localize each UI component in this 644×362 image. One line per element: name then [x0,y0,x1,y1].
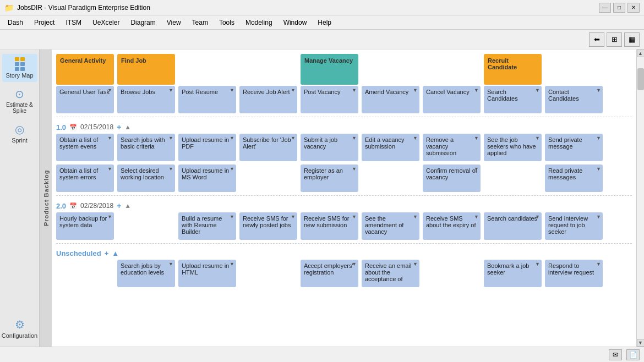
task-see-job-seekers[interactable]: See the job seekers who have applied▼ [484,134,542,161]
task-accept-employers[interactable]: Accept employers' registration▼ [301,260,358,287]
divider-1 [56,117,632,117]
task-upload-pdf[interactable]: Upload resume in PDF▼ [178,134,236,161]
menu-item-diagram[interactable]: Diagram [125,17,161,28]
scrollbar-right[interactable]: ▲ ▼ [636,50,644,347]
unscheduled-add-button[interactable]: + [105,249,109,257]
task-system-errors[interactable]: Obtain a list of system errors▼ [56,164,114,192]
task-send-private-message[interactable]: Send private message▼ [545,134,603,161]
task-working-location[interactable]: Select desired working location▼ [117,164,175,192]
sidebar-item-configuration[interactable]: ⚙ Configuration [2,315,37,342]
task-hourly-backup[interactable]: Hourly backup for system data▼ [56,212,114,240]
task-send-interview-request[interactable]: Send interview request to job seeker▼ [545,212,603,240]
sprint1-header: 1.0 📅 02/15/2018 + ▲ [56,119,632,134]
menu-item-window[interactable]: Window [278,17,313,28]
app-icon: 📁 [4,3,14,12]
story-search-candidates[interactable]: Search Candidates▼ [484,86,542,113]
epic-find-job[interactable]: Find Job [117,54,175,85]
menu-item-view[interactable]: View [161,17,187,28]
task-confirm-removal[interactable]: Confirm removal of vacancy▼ [423,164,481,192]
task-see-amendment[interactable]: See the amendment of vacancy▼ [362,212,419,240]
sprint1-row2: Obtain a list of system errors▼ Select d… [56,164,632,192]
scroll-track[interactable] [637,57,645,339]
config-icon: ⚙ [15,318,25,331]
task-subscribe-job-alert[interactable]: Subscribe for 'Job Alert'▼ [239,134,297,161]
epic-recruit-candidate[interactable]: Recruit Candidate [484,54,542,85]
restore-button[interactable]: □ [613,3,625,13]
task-obtain-system-evens[interactable]: Obtain a list of system evens▼ [56,134,114,161]
sprint1-add-button[interactable]: + [117,123,121,131]
story-map-icon [15,57,25,71]
unscheduled-empty-1 [56,260,114,287]
toolbar-panel-button[interactable]: ▦ [624,32,640,47]
sprint2-collapse-button[interactable]: ▲ [124,202,131,210]
task-submit-job-vacancy[interactable]: Submit a job vacancy▼ [301,134,358,161]
menu-item-dash[interactable]: Dash [2,17,29,28]
epic-manage-vacancy[interactable]: Manage Vacancy [301,54,358,85]
statusbar: ✉ 📄 [0,347,644,362]
sidebar-item-estimate[interactable]: ⊙ Estimate & Spike [2,84,37,117]
menu-item-help[interactable]: Help [312,17,337,28]
story-general-user-task[interactable]: General User Task▼ [56,86,114,113]
task-remove-vacancy[interactable]: Remove a vacancy submission▼ [423,134,481,161]
task-resume-builder[interactable]: Build a resume with Resume Builder▼ [178,212,236,240]
task-receive-email-acceptance[interactable]: Receive an email about the acceptance of… [362,260,419,287]
story-receive-job-alert[interactable]: Receive Job Alert▼ [239,86,297,113]
menu-item-itsm[interactable]: ITSM [60,17,87,28]
scroll-down-arrow[interactable]: ▼ [637,339,645,347]
statusbar-doc-button[interactable]: 📄 [626,349,640,360]
story-contact-candidates[interactable]: Contact Candidates▼ [545,86,603,113]
estimate-icon: ⊙ [15,87,24,101]
task-search-candidates-2[interactable]: Search candidates▼ [484,212,542,240]
menu-item-project[interactable]: Project [29,17,60,28]
menu-item-tools[interactable]: Tools [214,17,240,28]
sprint1-date: 02/15/2018 [80,123,113,131]
toolbar-grid-button[interactable]: ⊞ [607,32,622,47]
titlebar: 📁 JobsDIR - Visual Paradigm Enterprise E… [0,0,644,15]
story-post-vacancy[interactable]: Post Vacancy▼ [301,86,358,113]
menu-item-uexceler[interactable]: UeXceler [87,17,125,28]
task-upload-html[interactable]: Upload resume in HTML▼ [178,260,236,287]
task-respond-interview[interactable]: Respond to interview request▼ [545,260,603,287]
task-edit-vacancy[interactable]: Edit a vacancy submission▼ [362,134,419,161]
unscheduled-empty-3 [423,260,481,287]
unscheduled-header: Unscheduled + ▲ [56,246,632,260]
sprint1-row1: Obtain a list of system evens▼ Search jo… [56,134,632,161]
statusbar-mail-button[interactable]: ✉ [609,349,622,360]
sprint1-collapse-button[interactable]: ▲ [124,123,131,131]
sprint2-header: 2.0 📅 02/28/2018 + ▲ [56,198,632,212]
menu-item-team[interactable]: Team [187,17,214,28]
unscheduled-row1: Search jobs by education levels▼ Upload … [56,260,632,287]
sidebar-item-story-map[interactable]: Story Map [2,54,37,82]
task-sms-posted-jobs[interactable]: Receive SMS for newly posted jobs▼ [239,212,297,240]
close-button[interactable]: ✕ [627,3,640,13]
unscheduled-collapse-button[interactable]: ▲ [112,249,119,257]
toolbar: ⬅ ⊞ ▦ [0,30,644,50]
scroll-thumb[interactable] [637,68,644,90]
window-controls: — □ ✕ [599,3,640,13]
main-area: Story Map ⊙ Estimate & Spike ◎ Sprint ⚙ … [0,50,644,347]
minimize-button[interactable]: — [599,3,611,13]
task-sms-expiry[interactable]: Receive SMS about the expiry of▼ [423,212,481,240]
sidebar-label-estimate: Estimate & Spike [3,102,36,114]
task-search-basic-criteria[interactable]: Search jobs with basic criteria▼ [117,134,175,161]
task-read-private-messages[interactable]: Read private messages▼ [545,164,603,192]
divider-2 [56,195,632,196]
backlog-label: Product Backlog [40,50,52,347]
toolbar-back-button[interactable]: ⬅ [589,32,604,47]
story-post-resume[interactable]: Post Resume▼ [178,86,236,113]
board[interactable]: General Activity Find Job Manage Vacancy… [52,50,636,347]
sprint2-add-button[interactable]: + [117,201,121,210]
epic-empty-5 [545,54,603,85]
task-search-education[interactable]: Search jobs by education levels▼ [117,260,175,287]
scroll-up-arrow[interactable]: ▲ [637,50,645,57]
epic-general-activity[interactable]: General Activity [56,54,114,85]
task-register-employer[interactable]: Register as an employer▼ [301,164,358,192]
sidebar-item-sprint[interactable]: ◎ Sprint [2,119,37,147]
story-amend-vacancy[interactable]: Amend Vacancy▼ [362,86,419,113]
task-upload-msword[interactable]: Upload resume in MS Word▼ [178,164,236,192]
story-browse-jobs[interactable]: Browse Jobs▼ [117,86,175,113]
task-sms-new-submission[interactable]: Receive SMS for new submission▼ [301,212,358,240]
story-cancel-vacancy[interactable]: Cancel Vacancy▼ [423,86,481,113]
task-bookmark-job-seeker[interactable]: Bookmark a job seeker▼ [484,260,542,287]
menu-item-modeling[interactable]: Modeling [240,17,278,28]
